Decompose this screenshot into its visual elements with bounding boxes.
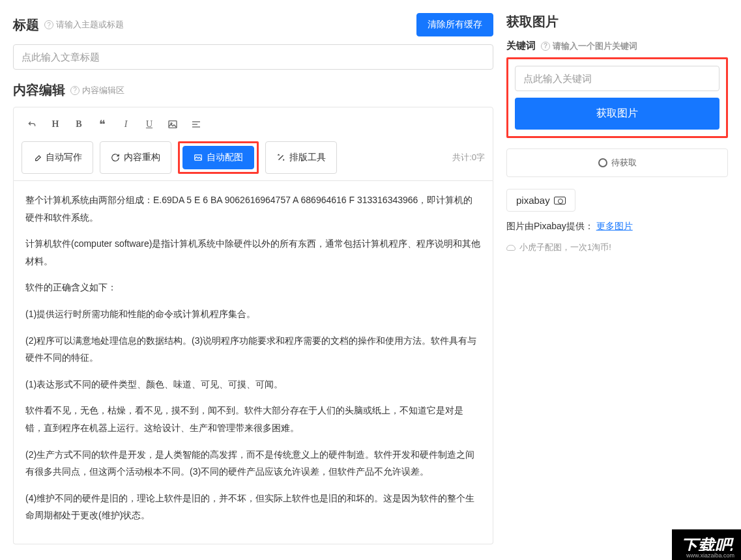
title-hint: ? 请输入主题或标题 [44,19,124,31]
editor-paragraph: 计算机软件(computer software)是指计算机系统中除硬件以外的所有… [25,235,481,270]
content-heading: 内容编辑 [13,81,65,99]
editor-paragraph: 软件看不见，无色，枯燥，看不见，摸不到，闻不到。软件大部分存在于人们的头脑或纸上… [25,402,481,436]
editor-paragraph: 软件的正确含义如下： [25,279,481,296]
camera-icon [554,197,566,204]
restructure-button[interactable]: 内容重构 [100,141,171,174]
image-panel-heading: 获取图片 [506,13,728,31]
keyword-label-row: 关键词 ? 请输入一个图片关键词 [506,40,728,52]
layout-tool-button[interactable]: 排版工具 [265,141,337,174]
align-icon[interactable] [186,114,207,135]
auto-image-button[interactable]: 自动配图 [182,146,254,169]
auto-image-highlight: 自动配图 [178,141,259,174]
info-icon: ? [44,20,53,29]
circle-icon [598,158,607,167]
editor-paragraph: (2)程序可以满意地处理信息的数据结构。(3)说明程序功能要求和程序需要的文档的… [25,332,481,367]
refresh-icon [111,153,120,162]
editor-paragraph: (4)维护不同的硬件是旧的，理论上软件是旧的，并不坏，但实际上软件也是旧的和坏的… [25,490,481,524]
quote-icon[interactable]: ❝ [92,114,113,135]
info-icon: ? [541,42,550,51]
article-title-input[interactable] [13,44,493,70]
editor-toolbar: H B ❝ I U 自动写作 内容重构 [13,107,493,181]
undo-icon[interactable] [22,114,42,135]
keyword-label: 关键词 [506,40,536,52]
image-match-icon [194,153,203,162]
heading-icon[interactable]: H [45,114,66,135]
image-icon[interactable] [162,114,183,135]
clear-cache-button[interactable]: 清除所有缓存 [416,13,493,36]
cloud-icon [506,245,516,251]
char-count: 共计:0字 [452,152,485,163]
fetch-image-button[interactable]: 获取图片 [515,98,719,130]
coin-note: 小虎子配图，一次1淘币! [506,242,728,253]
title-heading: 标题 [13,16,39,34]
wand-icon [276,153,285,162]
underline-icon[interactable]: U [139,114,160,135]
watermark-url: www.xiazaiba.com [680,551,741,557]
auto-write-button[interactable]: 自动写作 [22,141,93,174]
editor-body[interactable]: 整个计算机系统由两部分组成：E.69DA 5 E 6 BA 9062616964… [13,181,493,544]
title-header: 标题 ? 请输入主题或标题 清除所有缓存 [13,13,493,36]
editor-paragraph: (2)生产方式不同的软件是开发，是人类智能的高发挥，而不是传统意义上的硬件制造。… [25,446,481,481]
more-images-link[interactable]: 更多图片 [596,221,633,231]
provider-text: 图片由Pixabay提供： 更多图片 [506,221,728,232]
editor-paragraph: (1)表达形式不同的硬件类型、颜色、味道、可见、可摸、可闻。 [25,376,481,393]
content-hint: ? 内容编辑区 [70,85,124,96]
keyword-highlight: 获取图片 [506,57,728,138]
info-icon: ? [70,86,80,95]
keyword-input[interactable] [515,66,719,91]
bold-icon[interactable]: B [68,114,89,135]
editor-paragraph: 整个计算机系统由两部分组成：E.69DA 5 E 6 BA 9062616964… [25,191,481,226]
fetch-status-button[interactable]: 待获取 [506,148,728,177]
italic-icon[interactable]: I [115,114,136,135]
pixabay-badge: pixabay [506,189,575,212]
pencil-icon [33,153,42,162]
editor-paragraph: (1)提供运行时所需功能和性能的命令或计算机程序集合。 [25,305,481,323]
